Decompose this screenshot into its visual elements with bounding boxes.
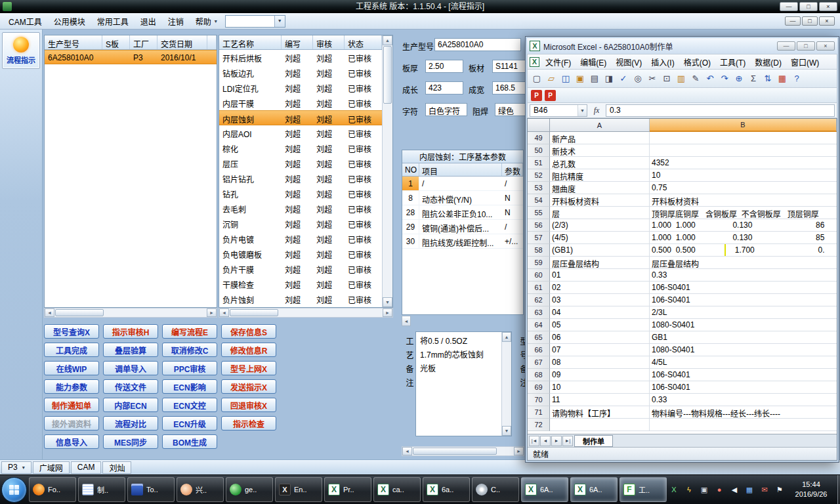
column-header[interactable]: S板 xyxy=(102,35,130,49)
scroll-down-icon[interactable] xyxy=(383,297,392,307)
action-button[interactable]: 发送指示X xyxy=(221,379,276,394)
row-number[interactable]: 57 xyxy=(528,232,550,244)
volume-icon[interactable]: ◀ xyxy=(729,484,740,495)
row-number[interactable]: 70 xyxy=(528,394,550,406)
taskbar-app-button[interactable]: En.. xyxy=(275,477,322,502)
menu-item[interactable]: CAM工具 xyxy=(3,13,48,30)
scroll-thumb[interactable] xyxy=(55,309,104,316)
process-row[interactable]: 钻板边孔 刘超 刘超 已审核 xyxy=(219,65,382,80)
row-number[interactable]: 58 xyxy=(528,244,550,257)
cut-icon[interactable]: ✂ xyxy=(646,72,659,85)
column-header-a[interactable]: A xyxy=(550,119,650,132)
row-number[interactable]: 55 xyxy=(528,207,550,219)
menu-item[interactable]: 公用模块 xyxy=(48,13,91,30)
production-row-selected[interactable]: 6A258010A0 P3 2016/10/1 xyxy=(45,50,217,64)
cell-column-a[interactable]: 总孔数 xyxy=(550,157,650,169)
process-row[interactable]: 负电镀磨板 刘超 刘超 已审核 xyxy=(219,246,382,261)
process-row[interactable]: 负片干膜 刘超 刘超 已审核 xyxy=(219,261,382,276)
taskbar-app-button[interactable]: 工.. xyxy=(620,477,667,502)
cell-column-a[interactable]: 翘曲度 xyxy=(550,182,650,194)
cell-column-a[interactable]: 02 xyxy=(550,282,650,294)
cell-column-a[interactable]: 04 xyxy=(550,306,650,319)
menu-item[interactable]: 常用工具 xyxy=(91,13,135,30)
scroll-thumb[interactable] xyxy=(413,448,497,455)
cell-column-b[interactable]: 1080-S0401 xyxy=(650,344,837,356)
cell-column-b[interactable]: 顶铜厚底铜厚 含铜板厚 不含铜板厚 顶层铜厚 xyxy=(650,207,837,219)
cell-column-a[interactable]: (GB1) xyxy=(550,244,650,257)
process-row[interactable]: 棕化 刘超 刘超 已审核 xyxy=(219,140,382,156)
action-button[interactable]: 接外调资料 xyxy=(44,416,99,430)
process-row[interactable]: 钻孔 刘超 刘超 已审核 xyxy=(219,186,382,201)
menu-item[interactable]: 帮助 xyxy=(190,13,217,30)
select-all-corner[interactable] xyxy=(528,119,550,132)
row-number[interactable]: 63 xyxy=(528,306,550,319)
cell-column-a[interactable]: 新技术 xyxy=(550,144,650,157)
taskbar-clock[interactable]: 15:44 2016/9/26 xyxy=(789,480,833,499)
excel-menu-item[interactable]: 插入(I) xyxy=(646,54,679,70)
legend-field[interactable]: 白色字符 xyxy=(425,103,467,116)
process-row[interactable]: 去毛刺 刘超 刘超 已审核 xyxy=(219,201,382,216)
scroll-right-icon[interactable] xyxy=(207,308,217,317)
cell-column-a[interactable]: 开料板材资料 xyxy=(550,194,650,207)
action-button[interactable]: 取消修改C xyxy=(162,343,217,357)
scroll-up-icon[interactable] xyxy=(383,35,392,45)
action-button[interactable]: 编写流程E xyxy=(162,324,217,339)
action-button[interactable]: ECN文控 xyxy=(162,398,217,412)
new-icon[interactable]: ▢ xyxy=(530,72,543,85)
sheet-nav-icon[interactable]: ► xyxy=(551,436,562,446)
preview-icon[interactable]: ◨ xyxy=(602,72,616,85)
param-row[interactable]: 1 / / xyxy=(402,177,523,191)
column-header[interactable]: 工厂 xyxy=(130,35,158,49)
column-header[interactable]: 审核 xyxy=(313,35,345,49)
row-number[interactable]: 53 xyxy=(528,182,550,194)
paste-icon[interactable]: ▥ xyxy=(675,72,688,85)
cell-column-a[interactable]: 01 xyxy=(550,269,650,282)
process-row[interactable]: 内层AOI 刘超 刘超 已审核 xyxy=(219,125,382,140)
row-number[interactable]: 66 xyxy=(528,344,550,356)
chart-wizard-icon[interactable]: ▦ xyxy=(776,72,789,85)
action-button[interactable]: ECN升级 xyxy=(162,416,217,430)
cell-column-b[interactable] xyxy=(650,144,837,157)
cell-column-b[interactable]: 4/5L xyxy=(650,356,837,369)
site-selector[interactable]: P3 xyxy=(1,461,32,474)
start-button[interactable] xyxy=(1,477,27,503)
process-notes-box[interactable]: 将0.5 / 0.5OZ1.7mm的芯板蚀刻光板 xyxy=(415,331,512,436)
undo-icon[interactable]: ↶ xyxy=(704,72,717,85)
row-number[interactable]: 65 xyxy=(528,331,550,344)
row-number[interactable]: 71 xyxy=(528,406,550,419)
column-header[interactable]: 编写 xyxy=(282,35,313,49)
param-row[interactable]: 28 阻抗公差非正负10... N xyxy=(402,205,523,220)
excel-menu-item[interactable]: 编辑(E) xyxy=(576,54,611,70)
cell-column-b[interactable] xyxy=(650,132,837,144)
process-row[interactable]: 内层蚀刻 刘超 刘超 已审核 xyxy=(219,110,382,125)
menu-item[interactable]: 退出 xyxy=(135,13,162,30)
format-painter-icon[interactable]: ✎ xyxy=(689,72,702,85)
pdf-create-icon[interactable]: P xyxy=(531,90,542,101)
process-table-hscrollbar[interactable] xyxy=(219,308,393,318)
row-number[interactable]: 59 xyxy=(528,257,550,269)
action-button[interactable]: 在线WIP xyxy=(44,361,99,375)
copy-icon[interactable]: ⊡ xyxy=(660,72,673,85)
action-button[interactable]: 传送文件 xyxy=(103,379,158,394)
row-number[interactable]: 72 xyxy=(528,419,550,431)
action-button[interactable]: 能力参数 xyxy=(44,379,99,394)
window-icon[interactable]: ▣ xyxy=(699,484,709,495)
cell-column-a[interactable]: 请购物料【工序】 xyxy=(550,406,650,419)
cell-column-b[interactable]: 物料编号---物料规格---经长---纬长---- xyxy=(650,406,837,419)
taskbar-app-button[interactable]: 制.. xyxy=(78,477,125,502)
scroll-right-icon[interactable] xyxy=(383,308,392,317)
column-header[interactable]: 参数 xyxy=(502,163,523,176)
process-row[interactable]: 干膜检查 刘超 刘超 已审核 xyxy=(219,276,382,291)
quick-select-combobox[interactable] xyxy=(225,15,285,28)
excel-menu-item[interactable]: 工具(T) xyxy=(715,54,750,70)
row-number[interactable]: 49 xyxy=(528,132,550,144)
flash-icon[interactable]: ϟ xyxy=(684,484,694,495)
action-button[interactable]: 回退审核X xyxy=(221,398,276,412)
maximize-button[interactable]: □ xyxy=(802,16,818,26)
cell-column-a[interactable]: 07 xyxy=(550,344,650,356)
process-row[interactable]: 内层干膜 刘超 刘超 已审核 xyxy=(219,95,382,110)
taskbar-app-button[interactable]: Fo.. xyxy=(29,477,76,502)
cell-column-a[interactable]: 08 xyxy=(550,356,650,369)
excel-menu-item[interactable]: 窗口(W) xyxy=(786,54,824,70)
board-thickness-field[interactable]: 2.50 xyxy=(425,60,463,73)
